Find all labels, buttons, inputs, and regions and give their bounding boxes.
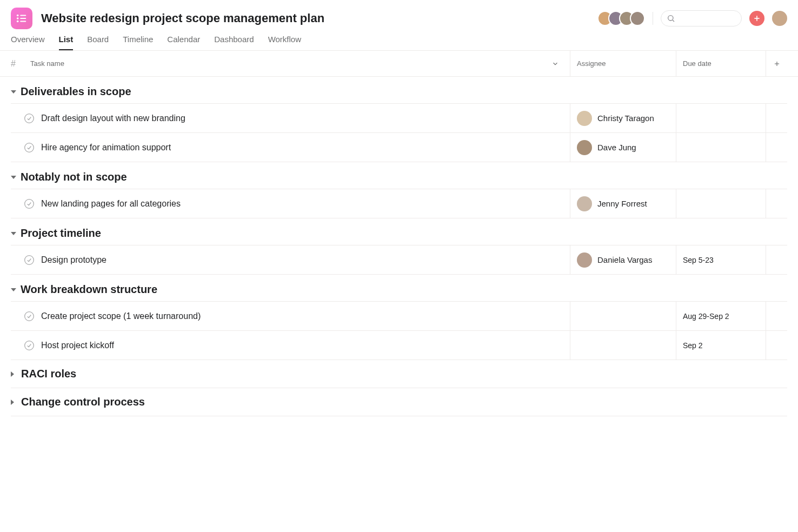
section-header[interactable]: RACI roles	[11, 360, 787, 388]
avatar[interactable]	[630, 11, 645, 26]
svg-point-17	[25, 341, 34, 350]
task-end-cell	[766, 133, 787, 162]
complete-checkbox[interactable]	[24, 311, 35, 322]
assignee-name: Christy Taragon	[597, 114, 654, 123]
task-end-cell	[766, 331, 787, 360]
task-due-cell[interactable]: Aug 29-Sep 2	[676, 302, 766, 330]
tab-list[interactable]: List	[59, 35, 74, 50]
section-header[interactable]: Notably not in scope	[11, 162, 787, 189]
chevron-down-icon[interactable]	[551, 60, 559, 68]
caret-down-icon	[11, 288, 16, 291]
svg-rect-3	[20, 18, 26, 19]
caret-right-icon	[11, 400, 17, 405]
task-end-cell	[766, 245, 787, 274]
project-icon[interactable]	[11, 8, 32, 29]
section-title: Work breakdown structure	[21, 283, 157, 296]
task-due-cell[interactable]	[676, 189, 766, 218]
caret-right-icon	[11, 371, 17, 377]
section-header[interactable]: Deliverables in scope	[11, 77, 787, 104]
task-due-cell[interactable]	[676, 133, 766, 162]
assignee-avatar	[577, 111, 592, 126]
task-due-cell[interactable]: Sep 2	[676, 331, 766, 360]
task-name: Hire agency for animation support	[41, 143, 171, 152]
tabs: Overview List Board Timeline Calendar Da…	[0, 29, 798, 51]
complete-checkbox[interactable]	[24, 340, 35, 351]
member-avatars[interactable]	[597, 11, 645, 26]
caret-down-icon	[11, 90, 16, 94]
add-button[interactable]	[749, 11, 764, 26]
section-title: RACI roles	[21, 368, 76, 380]
svg-point-6	[668, 16, 673, 21]
svg-line-7	[673, 20, 674, 22]
svg-rect-5	[20, 21, 26, 22]
assignee-avatar	[577, 252, 592, 268]
task-end-cell	[766, 302, 787, 330]
task-row[interactable]: New landing pages for all categories Jen…	[11, 189, 787, 218]
column-number: #	[11, 59, 30, 69]
complete-checkbox[interactable]	[24, 113, 35, 124]
assignee-avatar	[577, 196, 592, 211]
tab-board[interactable]: Board	[87, 35, 109, 50]
task-assignee-cell[interactable]	[570, 331, 676, 360]
task-name: Create project scope (1 week turnaround)	[41, 311, 201, 321]
task-name: Draft design layout with new branding	[41, 114, 185, 123]
task-row[interactable]: Host project kickoff Sep 2	[11, 331, 787, 360]
tab-overview[interactable]: Overview	[11, 35, 45, 50]
task-list: Deliverables in scope Draft design layou…	[0, 77, 798, 416]
task-end-cell	[766, 104, 787, 132]
task-assignee-cell[interactable]: Christy Taragon	[570, 104, 676, 132]
svg-point-13	[25, 143, 34, 152]
caret-down-icon	[11, 176, 16, 179]
tab-workflow[interactable]: Workflow	[268, 35, 301, 50]
complete-checkbox[interactable]	[24, 255, 35, 265]
task-assignee-cell[interactable]: Daniela Vargas	[570, 245, 676, 274]
add-column[interactable]	[766, 51, 787, 76]
assignee-avatar	[577, 140, 592, 155]
list-icon	[16, 12, 28, 24]
tab-timeline[interactable]: Timeline	[123, 35, 153, 50]
column-assignee-label: Assignee	[577, 59, 606, 68]
caret-down-icon	[11, 232, 16, 235]
divider	[653, 12, 653, 25]
project-title[interactable]: Website redesign project scope managemen…	[41, 11, 589, 25]
task-due-cell[interactable]	[676, 104, 766, 132]
header-actions	[597, 10, 787, 26]
column-due-date[interactable]: Due date	[676, 51, 766, 76]
task-row[interactable]: Draft design layout with new branding Ch…	[11, 104, 787, 133]
assignee-name: Dave Jung	[597, 143, 636, 152]
section-header[interactable]: Work breakdown structure	[11, 275, 787, 302]
section-header[interactable]: Project timeline	[11, 218, 787, 245]
task-name: Design prototype	[41, 255, 107, 265]
search-input[interactable]	[661, 10, 742, 26]
section-header[interactable]: Change control process	[11, 388, 787, 416]
task-assignee-cell[interactable]: Jenny Forrest	[570, 189, 676, 218]
section-title: Change control process	[21, 396, 145, 408]
header: Website redesign project scope managemen…	[0, 0, 798, 29]
user-avatar[interactable]	[772, 11, 787, 26]
search-icon	[667, 14, 675, 23]
svg-point-12	[25, 114, 34, 123]
column-header-row: # Task name Assignee Due date	[0, 51, 798, 77]
complete-checkbox[interactable]	[24, 142, 35, 153]
task-assignee-cell[interactable]: Dave Jung	[570, 133, 676, 162]
column-task-name-label: Task name	[30, 59, 64, 68]
section-title: Notably not in scope	[21, 171, 127, 183]
complete-checkbox[interactable]	[24, 198, 35, 209]
tab-calendar[interactable]: Calendar	[167, 35, 200, 50]
svg-rect-1	[20, 15, 26, 16]
task-row[interactable]: Create project scope (1 week turnaround)…	[11, 302, 787, 331]
task-row[interactable]: Hire agency for animation support Dave J…	[11, 133, 787, 162]
task-assignee-cell[interactable]	[570, 302, 676, 330]
assignee-name: Daniela Vargas	[597, 255, 652, 264]
plus-icon	[753, 14, 761, 23]
tab-dashboard[interactable]: Dashboard	[214, 35, 254, 50]
column-due-label: Due date	[683, 59, 711, 68]
column-assignee[interactable]: Assignee	[570, 51, 676, 76]
plus-icon	[773, 60, 781, 68]
svg-point-16	[25, 311, 34, 321]
task-due-cell[interactable]: Sep 5-23	[676, 245, 766, 274]
column-task-name[interactable]: Task name	[30, 59, 570, 68]
task-row[interactable]: Design prototype Daniela Vargas Sep 5-23	[11, 245, 787, 275]
task-end-cell	[766, 189, 787, 218]
svg-point-0	[17, 15, 19, 17]
